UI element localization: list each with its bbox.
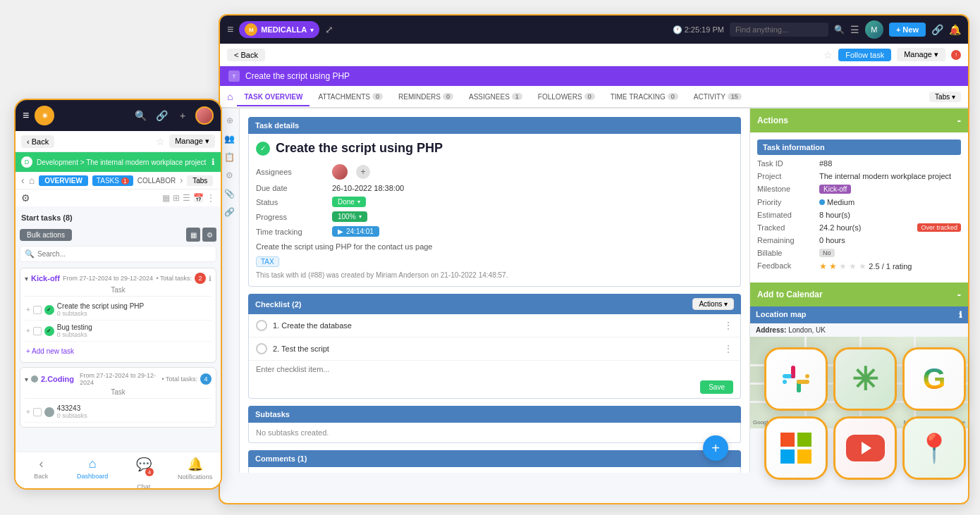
dt-float-add-button[interactable]: +: [703, 435, 728, 461]
rp-actions-collapse-icon[interactable]: -: [957, 114, 961, 127]
dt-tab-attachments[interactable]: ATTACHMENTS 0: [311, 89, 390, 106]
task-expand-icon-2[interactable]: +: [26, 327, 30, 335]
dt-sidebar-icon-4[interactable]: ⚙: [226, 170, 233, 180]
checklist-dots-1[interactable]: ⋮: [723, 320, 733, 331]
task-checkbox-3[interactable]: [33, 408, 42, 416]
dt-tab-overview[interactable]: TASK OVERVIEW: [237, 89, 310, 106]
checklist-save-button[interactable]: Save: [700, 380, 733, 394]
mobile-tab-collab[interactable]: COLLABOR: [137, 177, 176, 185]
mobile-view-grid-icon[interactable]: ⊞: [173, 193, 180, 203]
dt-search-input[interactable]: [730, 23, 828, 37]
task-details-body: ✓ Create the script using PHP Assignees …: [248, 134, 741, 287]
kickoff-info-icon[interactable]: ℹ: [209, 275, 212, 283]
dt-tab-followers[interactable]: FOLLOWERS 0: [531, 89, 602, 106]
mobile-hamburger-icon[interactable]: ≡: [23, 109, 29, 122]
task-details-header: Task details: [248, 117, 741, 134]
rp-task-id-label: Task ID: [757, 159, 814, 168]
mobile-info-icon[interactable]: ℹ: [212, 157, 215, 167]
checklist-dots-2[interactable]: ⋮: [723, 343, 733, 354]
dt-tabs-button[interactable]: Tabs ▾: [929, 92, 961, 102]
mobile-view-card-icon[interactable]: ☰: [183, 193, 190, 203]
mobile-view-sq1[interactable]: ▦: [186, 228, 200, 242]
mobile-bulk-button[interactable]: Bulk actions: [20, 229, 72, 241]
dt-new-button[interactable]: + New: [889, 23, 926, 37]
ds-back-button[interactable]: < Back: [227, 49, 265, 61]
task-name-2[interactable]: Bug testing: [57, 323, 210, 331]
dt-tab-activity[interactable]: ACTIVITY 15: [687, 89, 749, 106]
asterisk-app-icon[interactable]: ✳: [833, 347, 897, 411]
dt-sidebar-icon-3[interactable]: 📋: [224, 152, 235, 162]
ds-star-icon[interactable]: ☆: [823, 49, 833, 61]
rp-project-label: Project: [757, 172, 814, 180]
dt-menu-icon[interactable]: ☰: [850, 24, 859, 35]
mobile-search-input[interactable]: [37, 250, 212, 258]
progress-badge[interactable]: 100% ▾: [332, 211, 367, 222]
mobile-manage-button[interactable]: Manage ▾: [169, 135, 215, 148]
google-maps-app-icon[interactable]: 📍: [902, 416, 966, 480]
comments-section: Comments (1) 24-01-2025 11:33: [248, 450, 741, 473]
coding-dates: From 27-12-2024 to 29-12-2024: [80, 372, 157, 386]
dt-sidebar-icon-1[interactable]: ⊕: [226, 116, 233, 125]
dt-sidebar-icon-6[interactable]: 🔗: [224, 207, 235, 217]
kickoff-toggle-icon[interactable]: ▾: [25, 275, 28, 283]
dt-tab-time-tracking[interactable]: TIME TRACKING 0: [604, 89, 685, 106]
mobile-nav-chat[interactable]: 💬 4 Chat: [118, 457, 170, 490]
task-name-1[interactable]: Create the script using PHP: [57, 302, 210, 310]
mobile-tab-arrow-right[interactable]: ›: [180, 175, 183, 185]
dt-link-icon[interactable]: 🔗: [931, 24, 943, 35]
checklist-circle-2[interactable]: [256, 343, 267, 354]
mobile-star-icon[interactable]: ☆: [156, 136, 165, 147]
checklist-circle-1[interactable]: [256, 320, 267, 331]
task-expand-icon-1[interactable]: +: [26, 306, 30, 314]
checklist-actions-button[interactable]: Actions ▾: [692, 298, 734, 310]
rp-actions-header[interactable]: Actions -: [750, 108, 968, 132]
rp-calendar-collapse-icon[interactable]: -: [957, 288, 961, 301]
task-checkbox-1[interactable]: [33, 306, 42, 314]
status-badge-done[interactable]: Done ▾: [332, 197, 366, 207]
mobile-plus-icon[interactable]: +: [174, 107, 191, 124]
youtube-app-icon[interactable]: [833, 416, 897, 480]
dt-sidebar-icon-5[interactable]: 📎: [224, 189, 235, 199]
ds-follow-button[interactable]: Follow task: [838, 49, 891, 61]
mobile-back-button[interactable]: ‹ Back: [21, 135, 54, 148]
mobile-nav-back[interactable]: ‹ Back: [16, 457, 67, 480]
dt-search-icon[interactable]: 🔍: [834, 25, 845, 35]
rp-calendar-header[interactable]: Add to Calendar -: [750, 283, 968, 306]
mobile-search-icon[interactable]: 🔍: [132, 107, 149, 124]
add-assignee-button[interactable]: +: [356, 165, 370, 179]
mobile-view-list-icon[interactable]: ▦: [162, 193, 170, 203]
task-expand-icon-3[interactable]: +: [26, 408, 30, 416]
mobile-tab-tasks[interactable]: TASKS 1: [92, 175, 133, 186]
mobile-tab-home-icon[interactable]: ⌂: [29, 175, 35, 186]
task-status-1: ✓: [44, 305, 54, 315]
task-name-3[interactable]: 433243: [57, 404, 210, 412]
mobile-tab-nav-left[interactable]: ‹: [21, 175, 25, 186]
dt-task-detail-panel: Task details ✓ Create the script using P…: [240, 108, 749, 473]
dt-logo-pill[interactable]: M MEDICALLA ▾: [239, 21, 319, 38]
mobile-tab-tabs[interactable]: Tabs: [187, 175, 213, 186]
coding-toggle-icon[interactable]: ▾: [25, 376, 28, 383]
dt-expand-icon[interactable]: ⤢: [325, 24, 333, 35]
dt-hamburger-icon[interactable]: ≡: [227, 23, 233, 36]
slack-app-icon[interactable]: [764, 347, 828, 411]
mobile-tab-overview[interactable]: OVERVIEW: [39, 175, 88, 186]
task-checkbox-2[interactable]: [33, 327, 42, 335]
dt-user-avatar: M: [865, 20, 883, 39]
rp-location-info-icon[interactable]: ℹ: [959, 310, 962, 320]
dt-tab-reminders[interactable]: REMINDERS 0: [391, 89, 460, 106]
mobile-view-calendar-icon[interactable]: 📅: [193, 193, 204, 203]
checklist-input[interactable]: [256, 365, 733, 373]
mobile-view-sq2[interactable]: ⚙: [202, 228, 216, 242]
add-task-button[interactable]: + Add new task: [25, 345, 212, 358]
mobile-nav-dashboard[interactable]: ⌂ Dashboard: [67, 457, 118, 480]
windows-app-icon[interactable]: [764, 416, 828, 480]
mobile-view-more-icon[interactable]: ⋮: [207, 193, 215, 203]
dt-sidebar-icon-2[interactable]: 👥: [224, 134, 235, 144]
google-app-icon[interactable]: G: [902, 347, 966, 411]
dt-tab-home-icon[interactable]: ⌂: [227, 91, 233, 102]
mobile-nav-notifications[interactable]: 🔔 Notifications: [169, 457, 221, 480]
mobile-link-icon[interactable]: 🔗: [153, 107, 170, 124]
mobile-filter-icon[interactable]: ⚙: [21, 192, 30, 204]
dt-tab-assignees[interactable]: ASSIGNEES 1: [462, 89, 529, 106]
ds-manage-button[interactable]: Manage ▾: [897, 48, 945, 61]
